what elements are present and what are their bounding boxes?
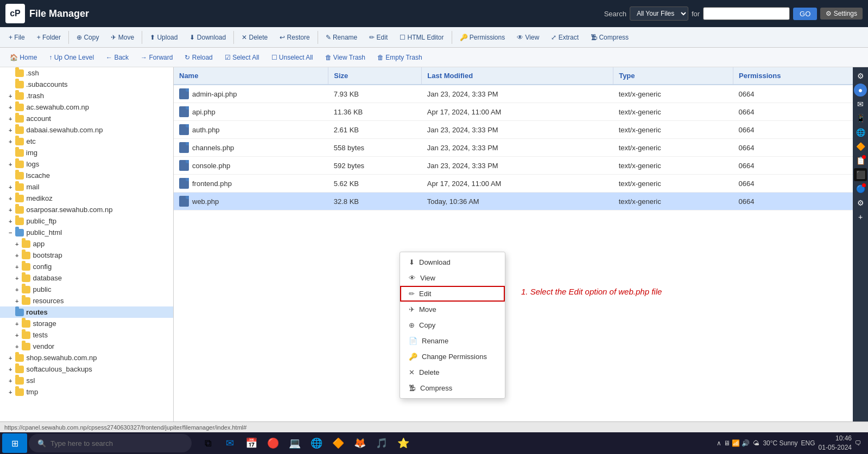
taskbar-app-music[interactable]: 🎵 xyxy=(371,433,392,453)
context-move[interactable]: ✈ Move xyxy=(400,302,505,317)
taskbar-app-mail[interactable]: ✉ xyxy=(219,433,240,453)
search-select[interactable]: All Your Files xyxy=(630,7,688,21)
context-view[interactable]: 👁 View xyxy=(400,270,505,286)
sidebar-item-account[interactable]: + account xyxy=(0,113,173,124)
taskbar-app-multitask[interactable]: ⧉ xyxy=(198,433,218,453)
sidebar-item-resources[interactable]: + resources xyxy=(0,295,173,306)
edit-button[interactable]: ✏ Edit xyxy=(364,31,393,43)
sidebar-item-tmp[interactable]: + tmp xyxy=(0,386,173,398)
sidebar-item-softaculous[interactable]: + softaculous_backups xyxy=(0,363,173,375)
taskbar-app-outlook[interactable]: 📅 xyxy=(241,433,262,453)
sidebar-item-ac[interactable]: + ac.sewahub.com.np xyxy=(0,101,173,113)
right-icon-10[interactable]: ⚙ xyxy=(854,196,867,209)
permissions-button[interactable]: 🔑 Permissions xyxy=(454,31,511,43)
up-one-level-button[interactable]: ↑ Up One Level xyxy=(43,52,99,63)
taskbar-search-area[interactable]: 🔍 xyxy=(29,434,192,452)
sidebar-item-vendor[interactable]: + vendor xyxy=(0,341,173,352)
sidebar-item-routes[interactable]: routes xyxy=(0,306,173,318)
table-row[interactable]: auth.php 2.61 KB Jan 23, 2024, 3:33 PM t… xyxy=(174,121,853,139)
sidebar-item-shop[interactable]: + shop.sewahub.com.np xyxy=(0,352,173,363)
sidebar-item-osarposar[interactable]: + osarposar.sewahub.com.np xyxy=(0,204,173,215)
col-name[interactable]: Name xyxy=(174,67,328,85)
context-permissions[interactable]: 🔑 Change Permissions xyxy=(400,349,505,365)
table-row[interactable]: web.php 32.8 KB Today, 10:36 AM text/x-g… xyxy=(174,193,853,210)
context-compress[interactable]: 🗜 Compress xyxy=(400,380,505,396)
table-row[interactable]: frontend.php 5.62 KB Apr 17, 2024, 11:00… xyxy=(174,175,853,193)
taskbar-app-vscode[interactable]: 💻 xyxy=(284,433,305,453)
restore-button[interactable]: ↩ Restore xyxy=(274,31,315,43)
taskbar-search-input[interactable] xyxy=(50,439,170,447)
context-copy[interactable]: ⊕ Copy xyxy=(400,317,505,333)
table-row[interactable]: console.php 592 bytes Jan 23, 2024, 3:33… xyxy=(174,157,853,175)
sidebar-item-mail[interactable]: + mail xyxy=(0,181,173,193)
table-row[interactable]: api.php 11.36 KB Apr 17, 2024, 11:00 AM … xyxy=(174,103,853,121)
empty-trash-button[interactable]: 🗑 Empty Trash xyxy=(372,52,428,63)
sidebar-item-public-ftp[interactable]: + public_ftp xyxy=(0,215,173,227)
col-modified[interactable]: Last Modified xyxy=(422,67,613,85)
select-all-button[interactable]: ☑ Select All xyxy=(219,52,265,63)
right-icon-1[interactable]: ⚙ xyxy=(854,69,867,82)
settings-button[interactable]: ⚙ Settings xyxy=(820,8,863,20)
context-download[interactable]: ⬇ Download xyxy=(400,254,505,270)
sidebar-item-img[interactable]: img xyxy=(0,147,173,158)
view-trash-button[interactable]: 🗑 View Trash xyxy=(320,52,371,63)
sidebar-item-bootstrap[interactable]: + bootstrap xyxy=(0,250,173,261)
rename-button[interactable]: ✎ Rename xyxy=(320,31,363,43)
upload-button[interactable]: ⬆ Upload xyxy=(144,31,183,43)
notifications-icon[interactable]: 🗨 xyxy=(855,439,861,447)
sidebar-item-logs[interactable]: + logs xyxy=(0,158,173,170)
forward-button[interactable]: → Forward xyxy=(135,52,178,63)
sidebar-item-database[interactable]: + database xyxy=(0,272,173,284)
sidebar-item-etc[interactable]: + etc xyxy=(0,136,173,147)
sidebar-item-ssh[interactable]: .ssh xyxy=(0,67,173,79)
new-file-button[interactable]: + File xyxy=(3,31,30,43)
extract-button[interactable]: ⤢ Extract xyxy=(546,31,584,43)
right-icon-6[interactable]: 🔶 xyxy=(854,140,867,153)
context-edit[interactable]: ✏ Edit xyxy=(400,286,505,302)
sidebar-item-subaccounts[interactable]: .subaccounts xyxy=(0,79,173,90)
col-permissions[interactable]: Permissions xyxy=(733,67,853,85)
taskbar-app-star[interactable]: ⭐ xyxy=(393,433,414,453)
right-icon-5[interactable]: 🌐 xyxy=(854,126,867,139)
context-rename[interactable]: 📄 Rename xyxy=(400,333,505,349)
download-button[interactable]: ⬇ Download xyxy=(184,31,231,43)
right-icon-11[interactable]: + xyxy=(854,210,867,223)
right-icon-4[interactable]: 📱 xyxy=(854,112,867,125)
right-icon-7[interactable]: 📋 xyxy=(854,154,867,167)
view-button[interactable]: 👁 View xyxy=(511,31,544,43)
taskbar-app-orange[interactable]: 🔶 xyxy=(328,433,349,453)
unselect-all-button[interactable]: ☐ Unselect All xyxy=(266,52,319,63)
back-button[interactable]: ← Back xyxy=(100,52,134,63)
taskbar-app-red[interactable]: 🔴 xyxy=(263,433,283,453)
taskbar-app-chrome[interactable]: 🌐 xyxy=(306,433,327,453)
delete-button[interactable]: ✕ Delete xyxy=(236,31,273,43)
sidebar-item-ssl[interactable]: + ssl xyxy=(0,375,173,386)
table-row[interactable]: channels.php 558 bytes Jan 23, 2024, 3:3… xyxy=(174,139,853,157)
new-folder-button[interactable]: + Folder xyxy=(31,31,66,43)
sidebar-item-app[interactable]: + app xyxy=(0,238,173,250)
sidebar-item-config[interactable]: + config xyxy=(0,261,173,272)
right-icon-3[interactable]: ✉ xyxy=(854,98,867,111)
move-button[interactable]: ✈ Move xyxy=(105,31,140,43)
right-icon-9[interactable]: 🔵 xyxy=(854,182,867,195)
col-size[interactable]: Size xyxy=(328,67,422,85)
sidebar-item-tests[interactable]: + tests xyxy=(0,329,173,341)
compress-button[interactable]: 🗜 Compress xyxy=(585,31,634,43)
sidebar-item-trash[interactable]: + .trash xyxy=(0,90,173,101)
sidebar-item-public[interactable]: + public xyxy=(0,284,173,295)
sidebar-item-public-html[interactable]: − public_html xyxy=(0,227,173,238)
search-input[interactable] xyxy=(703,7,790,20)
start-button[interactable]: ⊞ xyxy=(2,433,27,453)
table-row[interactable]: admin-api.php 7.93 KB Jan 23, 2024, 3:33… xyxy=(174,85,853,103)
html-editor-button[interactable]: ☐ HTML Editor xyxy=(394,31,449,43)
context-delete[interactable]: ✕ Delete xyxy=(400,365,505,380)
sidebar-item-storage[interactable]: + storage xyxy=(0,318,173,329)
col-type[interactable]: Type xyxy=(613,67,733,85)
right-icon-2[interactable]: ● xyxy=(854,84,867,97)
go-button[interactable]: GO xyxy=(793,8,817,20)
sidebar-item-lscache[interactable]: lscache xyxy=(0,170,173,181)
taskbar-app-edge[interactable]: 🦊 xyxy=(350,433,370,453)
reload-button[interactable]: ↻ Reload xyxy=(179,52,218,63)
home-nav-button[interactable]: 🏠 Home xyxy=(4,52,42,63)
copy-button[interactable]: ⊕ Copy xyxy=(71,31,104,43)
